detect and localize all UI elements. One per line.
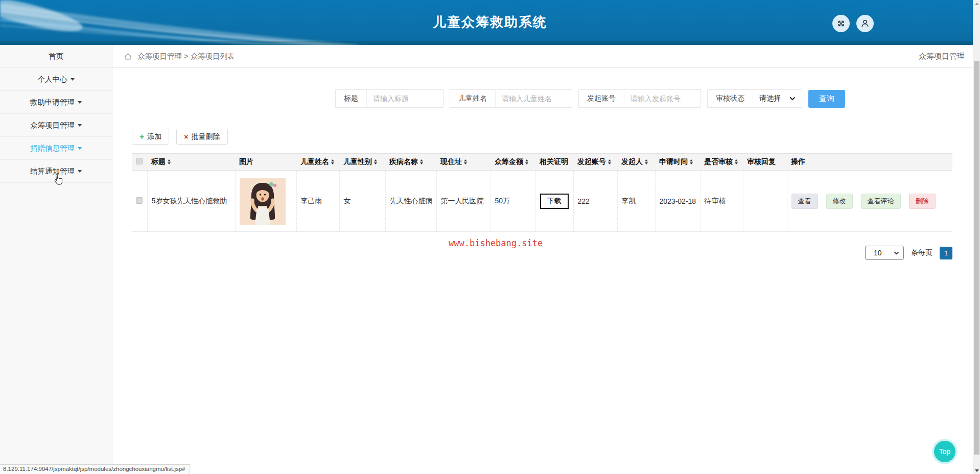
back-to-top-button[interactable]: Top [934,441,955,462]
main-content: 标题 儿童姓名 发起账号 审核状态 请选择 查询 [112,68,980,474]
sidebar-item-label: 救助申请管理 [30,98,75,107]
audit-status-selected-value: 请选择 [759,94,781,103]
col-header-audit[interactable]: 是否审核 [700,154,743,171]
child-photo [240,178,286,225]
edit-button[interactable]: 修改 [826,194,853,209]
col-header-amount[interactable]: 众筹金额 [491,154,535,171]
chevron-down-icon [78,101,82,106]
plus-icon: + [139,132,144,141]
cell-apply-time: 2023-02-18 [655,171,700,232]
chevron-down-icon [78,147,82,152]
sort-icon [168,159,171,164]
filter-audit-status: 审核状态 请选择 [707,89,802,108]
sidebar-item-label: 捐赠信息管理 [30,144,75,153]
sidebar-item-label: 众筹项目管理 [30,121,75,130]
filter-title-label: 标题 [336,90,366,107]
sidebar-item-home[interactable]: 首页 [0,45,112,68]
table-header-row: 标题 图片 儿童姓名 儿童性别 疾病名称 现住址 众筹金额 相关证明 发起账号 … [132,154,952,171]
fullscreen-button[interactable] [832,15,850,32]
account-input[interactable] [624,90,701,107]
filter-account-label: 发起账号 [579,90,624,107]
sort-icon [735,159,738,164]
add-button[interactable]: + 添加 [132,129,169,145]
sort-icon [331,159,334,164]
delete-button[interactable]: 删除 [909,194,936,209]
view-comments-button[interactable]: 查看评论 [861,194,901,209]
triangle-down-icon [975,469,979,472]
sort-icon [525,159,528,164]
view-button[interactable]: 查看 [791,194,818,209]
breadcrumb-bar: 众筹项目管理 > 众筹项目列表 众筹项目管理 [112,45,980,68]
col-header-title[interactable]: 标题 [147,154,235,171]
col-header-proof: 相关证明 [535,154,573,171]
col-header-address[interactable]: 现住址 [436,154,491,171]
chevron-down-icon [789,97,796,101]
filter-title: 标题 [335,89,444,108]
filter-account: 发起账号 [578,89,701,108]
scrollbar[interactable] [973,0,980,474]
x-icon: × [184,133,188,141]
triangle-up-icon [975,3,979,5]
sort-icon [464,159,467,164]
cell-amount: 50万 [491,171,535,232]
sort-icon [645,159,648,164]
download-proof-button[interactable]: 下载 [540,194,569,209]
user-button[interactable] [856,15,874,32]
select-all-checkbox[interactable] [136,158,143,164]
home-icon[interactable] [124,52,132,61]
projects-table: 标题 图片 儿童姓名 儿童性别 疾病名称 现住址 众筹金额 相关证明 发起账号 … [132,153,952,232]
filter-audit-status-label: 审核状态 [708,90,753,107]
sidebar-item-rescue-application[interactable]: 救助申请管理 [0,91,112,114]
app-root: 儿童众筹救助系统 [0,0,980,474]
page-size-select[interactable]: 10 [865,246,904,260]
sidebar-item-settlement-notice[interactable]: 结算通知管理 [0,160,112,183]
filter-row: 标题 儿童姓名 发起账号 审核状态 请选择 查询 [335,89,845,108]
batch-delete-button[interactable]: × 批量删除 [176,129,227,145]
filter-child-name: 儿童姓名 [450,89,572,108]
cell-disease: 先天性心脏病 [385,171,436,232]
pagination: 10 条每页 1 [865,246,952,260]
cell-account: 222 [573,171,617,232]
col-header-disease[interactable]: 疾病名称 [385,154,436,171]
sidebar-item-personal-center[interactable]: 个人中心 [0,68,112,91]
sidebar-item-donation-info[interactable]: 捐赠信息管理 [0,137,112,160]
sidebar-item-label: 个人中心 [38,75,67,84]
app-header: 儿童众筹救助系统 [0,0,980,45]
col-header-initiator[interactable]: 发起人 [617,154,655,171]
sort-icon [608,159,611,164]
per-page-label: 条每页 [911,248,932,257]
sort-icon [420,159,423,164]
header-icons [832,15,874,32]
cell-title: 5岁女孩先天性心脏救助 [147,171,235,232]
row-actions: 查看 修改 查看评论 删除 [791,194,951,209]
cell-gender: 女 [339,171,385,232]
col-header-account[interactable]: 发起账号 [573,154,617,171]
page-button-1[interactable]: 1 [940,247,952,259]
sidebar-item-label: 首页 [49,52,63,61]
col-header-actions: 操作 [787,154,952,171]
scroll-down-arrow[interactable] [973,467,980,474]
breadcrumb: 众筹项目管理 > 众筹项目列表 [137,52,235,61]
scrollbar-thumb[interactable] [974,61,979,455]
fullscreen-arrows-icon [836,18,846,29]
title-input[interactable] [366,90,443,107]
chevron-down-icon [78,124,82,129]
cell-address: 第一人民医院 [436,171,491,232]
cell-audit-reply [743,171,787,232]
col-header-gender[interactable]: 儿童性别 [339,154,385,171]
scroll-up-arrow[interactable] [973,0,980,7]
cell-audit-status: 待审核 [700,171,743,232]
audit-status-select[interactable]: 请选择 [753,90,802,107]
col-header-child-name[interactable]: 儿童姓名 [296,154,339,171]
row-checkbox[interactable] [136,197,143,204]
browser-status-bar: 8.129.11.174:9047/jspmaktqt/jsp/modules/… [0,464,190,474]
col-header-audit-reply: 审核回复 [743,154,787,171]
col-header-apply-time[interactable]: 申请时间 [655,154,700,171]
page-size-value: 10 [874,249,882,257]
child-name-input[interactable] [495,90,572,107]
search-button[interactable]: 查询 [808,90,845,108]
sort-icon [374,159,377,164]
filter-child-name-label: 儿童姓名 [450,90,495,107]
sidebar-item-crowdfunding-project[interactable]: 众筹项目管理 [0,114,112,137]
sidebar-item-label: 结算通知管理 [30,167,75,176]
